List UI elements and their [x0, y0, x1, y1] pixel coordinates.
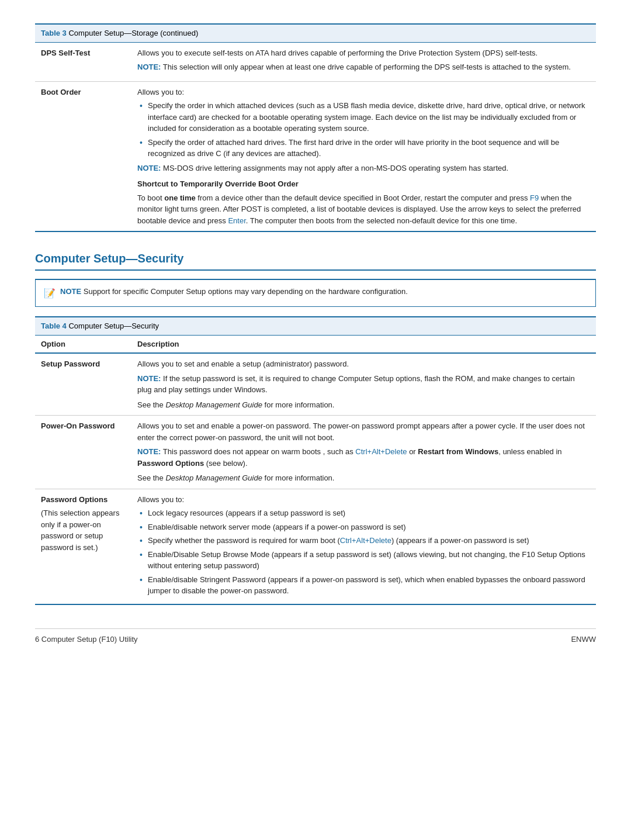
table-row: Boot Order Allows you to: Specify the or…	[35, 81, 596, 231]
list-item: Enable/Disable Setup Browse Mode (appear…	[137, 549, 590, 572]
option-bootorder: Boot Order	[35, 81, 131, 231]
table4-num: Table 4	[41, 322, 67, 330]
option-poweron-pwd: Power-On Password	[35, 416, 131, 489]
extra-setup-pwd: See the Desktop Management Guide for mor…	[137, 399, 590, 411]
table4-caption: Table 4 Computer Setup—Security	[35, 317, 596, 335]
table3: Table 3 Computer Setup—Storage (continue…	[35, 23, 596, 232]
table-row: Power-On Password Allows you to set and …	[35, 416, 596, 489]
pwd-options-bullets: Lock legacy resources (appears if a setu…	[137, 507, 590, 597]
table3-caption: Table 3 Computer Setup—Storage (continue…	[35, 24, 596, 42]
list-item: Lock legacy resources (appears if a setu…	[137, 507, 590, 519]
desc-dps: Allows you to execute self-tests on ATA …	[131, 42, 596, 81]
table3-num: Table 3	[41, 29, 67, 37]
extra-poweron-pwd: See the Desktop Management Guide for mor…	[137, 472, 590, 484]
desc-poweron-pwd: Allows you to set and enable a power-on …	[131, 416, 596, 489]
note-setup-pwd: NOTE: If the setup password is set, it i…	[137, 373, 590, 396]
table-row: Password Options (This selection appears…	[35, 489, 596, 604]
footer-left: 6 Computer Setup (F10) Utility	[35, 634, 138, 645]
option-pwd-options-sub: (This selection appears only if a power-…	[41, 507, 126, 553]
desc-bootorder: Allows you to: Specify the order in whic…	[131, 81, 596, 231]
col-header-option: Option	[35, 335, 131, 353]
key-enter: Enter	[228, 216, 245, 225]
note-icon: 📝	[44, 286, 56, 300]
table4-header: Option Description	[35, 335, 596, 353]
shortcut-text: To boot one time from a device other tha…	[137, 192, 590, 227]
note-box-text-val: Support for specific Computer Setup opti…	[84, 287, 408, 296]
col-header-desc: Description	[131, 335, 596, 353]
table4-title-text: Computer Setup—Security	[68, 322, 159, 330]
page-footer: 6 Computer Setup (F10) Utility ENWW	[35, 628, 596, 645]
table3-title-text: Computer Setup—Storage (continued)	[68, 29, 198, 37]
security-note-box: 📝 NOTE Support for specific Computer Set…	[35, 279, 596, 307]
option-setup-pwd: Setup Password	[35, 353, 131, 416]
list-item: Specify the order in which attached devi…	[137, 100, 590, 134]
note-box-label: NOTE	[60, 287, 81, 296]
note-bootorder: NOTE: MS-DOS drive lettering assignments…	[137, 163, 590, 174]
shortcut-heading: Shortcut to Temporarily Override Boot Or…	[137, 178, 590, 190]
list-item: Specify whether the password is required…	[137, 535, 590, 547]
list-item: Specify the order of attached hard drive…	[137, 137, 590, 160]
note-dps: NOTE: This selection will only appear wh…	[137, 61, 590, 73]
table-row: DPS Self-Test Allows you to execute self…	[35, 42, 596, 81]
section-security-heading: Computer Setup—Security	[35, 250, 596, 271]
key-f9: F9	[530, 193, 539, 202]
bootorder-bullets: Specify the order in which attached devi…	[137, 100, 590, 160]
option-pwd-options: Password Options (This selection appears…	[35, 489, 131, 604]
table-row: Setup Password Allows you to set and ena…	[35, 353, 596, 416]
note-poweron-pwd: NOTE: This password does not appear on w…	[137, 446, 590, 469]
desc-setup-pwd: Allows you to set and enable a setup (ad…	[131, 353, 596, 416]
list-item: Enable/disable Stringent Password (appea…	[137, 574, 590, 597]
desc-pwd-options: Allows you to: Lock legacy resources (ap…	[131, 489, 596, 604]
table4: Table 4 Computer Setup—Security Option D…	[35, 316, 596, 605]
list-item: Enable/disable network server mode (appe…	[137, 521, 590, 533]
footer-right: ENWW	[571, 634, 596, 645]
key-ctrl-alt-del2: Ctrl+Alt+Delete	[340, 536, 391, 545]
option-dps: DPS Self-Test	[35, 42, 131, 81]
key-ctrl-alt-del: Ctrl+Alt+Delete	[355, 447, 407, 456]
note-box-content: NOTE Support for specific Computer Setup…	[60, 286, 408, 298]
page-container: Table 3 Computer Setup—Storage (continue…	[35, 23, 596, 645]
